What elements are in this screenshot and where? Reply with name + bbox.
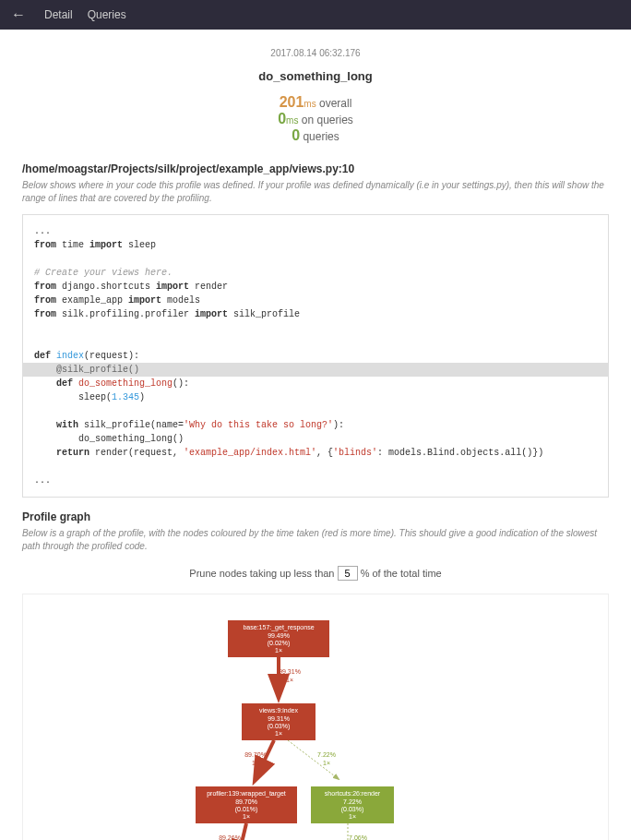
- profile-graph: 99.31% 1× 89.70% 1× 7.22% 1× 89.26% 1× 7…: [22, 594, 609, 840]
- svg-text:1×: 1×: [252, 760, 259, 766]
- code-line: ...: [34, 224, 597, 238]
- prune-input[interactable]: [338, 566, 358, 581]
- svg-text:89.70%: 89.70%: [235, 798, 257, 805]
- svg-text:1×: 1×: [275, 647, 282, 654]
- stat-qtime-unit: ms: [286, 115, 298, 126]
- svg-line-6: [288, 740, 339, 779]
- code-line: # Create your views here.: [34, 266, 597, 280]
- graph-title: Profile graph: [22, 510, 609, 523]
- svg-text:profiler:139:wrapped_target: profiler:139:wrapped_target: [207, 790, 286, 798]
- file-desc: Below shows where in your code this prof…: [22, 179, 609, 205]
- code-block: ... from time import sleep # Create your…: [22, 214, 609, 498]
- svg-text:1×: 1×: [275, 730, 282, 737]
- svg-text:views:9:index: views:9:index: [259, 707, 299, 714]
- stats-block: 201ms overall 0ms on queries 0 queries: [22, 94, 609, 144]
- prune-row: Prune nodes taking up less than % of the…: [22, 566, 609, 581]
- tab-queries[interactable]: Queries: [88, 8, 126, 21]
- stat-qcount-label: queries: [300, 130, 339, 143]
- stat-overall-unit: ms: [304, 99, 316, 109]
- code-line: [34, 335, 597, 349]
- code-line: def do_something_long():: [34, 377, 597, 390]
- svg-text:99.31%: 99.31%: [279, 668, 301, 675]
- svg-text:1×: 1×: [243, 813, 250, 820]
- code-line: sleep(1.345): [34, 390, 597, 404]
- svg-text:7.06%: 7.06%: [349, 834, 367, 840]
- code-line: def index(request):: [34, 349, 597, 363]
- svg-text:shortcuts:26:render: shortcuts:26:render: [325, 790, 381, 797]
- svg-text:89.70%: 89.70%: [244, 751, 267, 758]
- svg-text:1×: 1×: [323, 760, 330, 766]
- svg-text:7.22%: 7.22%: [343, 798, 362, 805]
- topbar: ← Detail Queries: [0, 0, 631, 30]
- code-line: [34, 252, 597, 266]
- svg-text:1×: 1×: [349, 813, 356, 820]
- stat-overall: 201ms overall: [22, 94, 609, 111]
- svg-text:99.49%: 99.49%: [268, 632, 290, 639]
- code-line: do_something_long(): [34, 432, 597, 446]
- stat-overall-num: 201: [280, 94, 304, 110]
- svg-text:1×: 1×: [286, 677, 293, 683]
- stat-queries-count: 0 queries: [22, 127, 609, 144]
- graph-desc: Below is a graph of the profile, with th…: [22, 527, 609, 553]
- content: 2017.08.14 06:32.176 do_something_long 2…: [0, 30, 631, 840]
- svg-text:7.22%: 7.22%: [317, 751, 336, 758]
- code-line: [34, 321, 597, 335]
- stat-qtime-num: 0: [278, 111, 286, 126]
- prune-label-after: % of the total time: [361, 568, 442, 579]
- code-line: from silk.profiling.profiler import silk…: [34, 307, 597, 321]
- stat-overall-label: overall: [316, 97, 352, 110]
- stat-queries-time: 0ms on queries: [22, 111, 609, 127]
- code-line: return render(request, 'example_app/inde…: [34, 446, 597, 460]
- svg-text:base:157:_get_response: base:157:_get_response: [243, 624, 314, 631]
- prune-label-before: Prune nodes taking up less than: [189, 568, 337, 579]
- graph-svg: 99.31% 1× 89.70% 1× 7.22% 1× 89.26% 1× 7…: [113, 613, 518, 840]
- svg-text:(0.02%): (0.02%): [268, 640, 291, 647]
- page-title: do_something_long: [22, 69, 609, 83]
- tab-detail[interactable]: Detail: [44, 8, 73, 21]
- svg-text:(0.01%): (0.01%): [235, 806, 258, 813]
- code-line: from time import sleep: [34, 238, 597, 252]
- code-line: [34, 460, 597, 474]
- svg-text:(0.03%): (0.03%): [268, 723, 291, 730]
- stat-qcount-num: 0: [292, 127, 300, 143]
- code-line: from example_app import models: [34, 294, 597, 307]
- timestamp: 2017.08.14 06:32.176: [22, 48, 609, 58]
- file-path: /home/moagstar/Projects/silk/project/exa…: [22, 162, 609, 175]
- svg-text:(0.03%): (0.03%): [341, 806, 364, 813]
- code-line: [34, 404, 597, 418]
- code-line: ...: [34, 474, 597, 487]
- code-line-highlighted: @silk_profile(): [23, 363, 608, 377]
- back-icon[interactable]: ←: [7, 6, 30, 23]
- svg-text:99.31%: 99.31%: [268, 715, 290, 722]
- code-line: with silk_profile(name='Why do this take…: [34, 418, 597, 432]
- stat-qtime-label: on queries: [298, 114, 352, 126]
- code-line: from django.shortcuts import render: [34, 280, 597, 294]
- svg-text:89.26%: 89.26%: [219, 834, 241, 840]
